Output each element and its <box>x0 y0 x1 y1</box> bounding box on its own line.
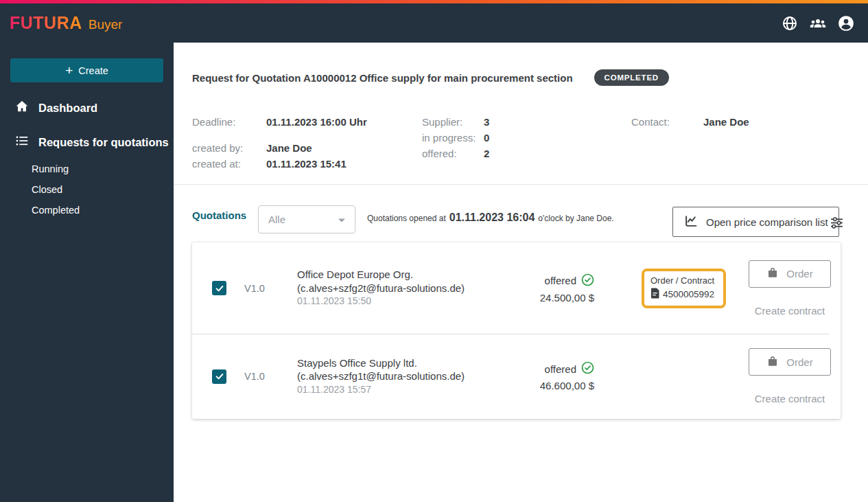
order-button[interactable]: Order <box>749 348 831 376</box>
status-badge: COMPLETED <box>594 69 669 86</box>
offer-status-cell: offered 24.500,00 $ <box>503 273 594 304</box>
supplier-name: Office Depot Europe Org. <box>297 268 503 282</box>
sidebar-item-dashboard[interactable]: Dashboard <box>0 96 174 119</box>
created-at-label: created at: <box>192 157 266 171</box>
list-icon <box>14 133 30 151</box>
request-details-dates: Deadline: 01.11.2023 16:00 Uhr created b… <box>192 115 367 171</box>
section-divider <box>174 184 868 185</box>
sidebar: + Create Dashboard Requests for quotatio… <box>0 43 174 502</box>
offer-price: 24.500,00 $ <box>503 292 594 304</box>
contract-label: Order / Contract <box>650 275 719 286</box>
sidebar-item-running[interactable]: Running <box>0 159 174 179</box>
supplier-email: (c.alves+szfg1t@futura-solutions.de) <box>297 369 503 383</box>
created-at-value: 01.11.2023 15:41 <box>266 157 347 171</box>
contact-label: Contact: <box>631 115 703 129</box>
quotations-filter-select[interactable]: Alle <box>258 205 355 233</box>
created-by-row: created by: Jane Doe <box>192 141 367 155</box>
chevron-down-icon <box>338 214 346 226</box>
request-details-contact: Contact: Jane Doe <box>631 115 749 129</box>
created-at-row: created at: 01.11.2023 15:41 <box>192 157 367 171</box>
offer-status-text: offered <box>545 363 576 375</box>
supplier-info: Office Depot Europe Org. (c.alves+szfg2t… <box>297 268 503 308</box>
chart-line-icon <box>683 214 699 231</box>
sidebar-sub-nav: Running Closed Completed <box>0 159 174 220</box>
open-price-comparison-button[interactable]: Open price comparison list <box>672 207 839 237</box>
supplier-name: Staypels Office Supply ltd. <box>297 356 503 370</box>
supplier-label: Supplier: <box>422 115 484 129</box>
brand-product: Buyer <box>89 17 123 32</box>
check-circle-icon <box>581 361 594 376</box>
created-by-label: created by: <box>192 141 266 155</box>
contract-cell: Order / Contract 4500005992 <box>642 269 726 308</box>
sidebar-item-requests-for-quotations[interactable]: Requests for quotations <box>0 130 174 154</box>
sidebar-item-label: Requests for quotations <box>38 136 169 149</box>
create-button-label: Create <box>78 65 108 76</box>
offered-count-row: offered: 2 <box>422 147 489 161</box>
top-navigation-bar: FUTURA Buyer <box>0 3 868 43</box>
sidebar-item-closed[interactable]: Closed <box>0 179 174 200</box>
checkbox-checked[interactable] <box>212 281 226 295</box>
sidebar-subitem-label: Closed <box>32 184 62 195</box>
create-contract-link[interactable]: Create contract <box>755 305 825 317</box>
topbar-icon-group <box>780 14 856 33</box>
order-button[interactable]: Order <box>749 260 831 288</box>
in-progress-row: in progress: 0 <box>422 131 489 145</box>
price-comparison-label: Open price comparison list <box>706 216 828 228</box>
quotation-row: V1.0 Staypels Office Supply ltd. (c.alve… <box>192 334 841 418</box>
main-content: Request for Quotation A10000012 Office s… <box>174 43 868 502</box>
check-circle-icon <box>581 273 594 288</box>
contact-value: Jane Doe <box>703 115 749 129</box>
users-icon[interactable] <box>808 14 828 33</box>
order-button-label: Order <box>786 356 812 368</box>
order-contract-highlight-box[interactable]: Order / Contract 4500005992 <box>642 269 726 308</box>
quotations-opened-text: Quotations opened at 01.11.2023 16:04 o'… <box>367 212 614 224</box>
order-actions-cell: Order Create contract <box>749 348 831 404</box>
checkbox-checked[interactable] <box>212 369 226 384</box>
offered-count: 2 <box>484 147 489 161</box>
sidebar-subitem-label: Completed <box>32 205 80 216</box>
opened-datetime: 01.11.2023 16:04 <box>449 212 535 224</box>
globe-icon[interactable] <box>780 14 799 33</box>
in-progress-count: 0 <box>484 131 489 145</box>
shopping-bag-icon <box>766 355 779 369</box>
opened-suffix: o'clock by Jane Doe. <box>538 214 613 223</box>
document-icon <box>650 288 660 301</box>
row-checkbox-cell <box>192 281 244 295</box>
submitted-date: 01.11.2023 15:57 <box>297 383 503 397</box>
home-icon <box>14 99 30 117</box>
deadline-value: 01.11.2023 16:00 Uhr <box>266 115 367 129</box>
order-button-label: Order <box>786 268 812 279</box>
supplier-count-row: Supplier: 3 <box>422 115 489 129</box>
supplier-info: Staypels Office Supply ltd. (c.alves+szf… <box>297 356 503 397</box>
in-progress-label: in progress: <box>422 131 484 145</box>
account-icon[interactable] <box>836 14 856 33</box>
quotation-version: V1.0 <box>244 371 297 382</box>
sidebar-item-completed[interactable]: Completed <box>0 200 174 220</box>
created-by-value: Jane Doe <box>266 141 312 155</box>
app-window: FUTURA Buyer + Create Dashboa <box>0 0 868 502</box>
filter-selected-value: Alle <box>268 214 285 225</box>
create-button[interactable]: + Create <box>10 58 163 82</box>
offer-status-text: offered <box>545 275 576 286</box>
quotations-section-label: Quotations <box>192 209 246 221</box>
submitted-date: 01.11.2023 15:50 <box>297 295 503 308</box>
sidebar-subitem-label: Running <box>32 163 69 174</box>
offer-price: 46.600,00 $ <box>503 380 594 391</box>
contract-number[interactable]: 4500005992 <box>663 289 714 299</box>
plus-icon: + <box>65 64 73 77</box>
offered-label: offered: <box>422 147 484 161</box>
quotations-card: V1.0 Office Depot Europe Org. (c.alves+s… <box>192 242 841 419</box>
create-contract-link[interactable]: Create contract <box>755 393 825 404</box>
contact-row: Contact: Jane Doe <box>631 115 749 129</box>
quotation-version: V1.0 <box>244 283 297 294</box>
request-header: Request for Quotation A10000012 Office s… <box>192 69 669 86</box>
deadline-label: Deadline: <box>192 115 266 129</box>
app-logo: FUTURA Buyer <box>10 13 122 33</box>
supplier-count: 3 <box>484 115 489 129</box>
filter-tune-icon[interactable] <box>828 214 845 231</box>
sidebar-item-label: Dashboard <box>38 102 97 115</box>
shopping-bag-icon <box>766 266 779 281</box>
request-details-counts: Supplier: 3 in progress: 0 offered: 2 <box>422 115 489 163</box>
opened-prefix: Quotations opened at <box>367 214 446 223</box>
sidebar-nav: Dashboard Requests for quotations Runnin… <box>0 96 174 220</box>
